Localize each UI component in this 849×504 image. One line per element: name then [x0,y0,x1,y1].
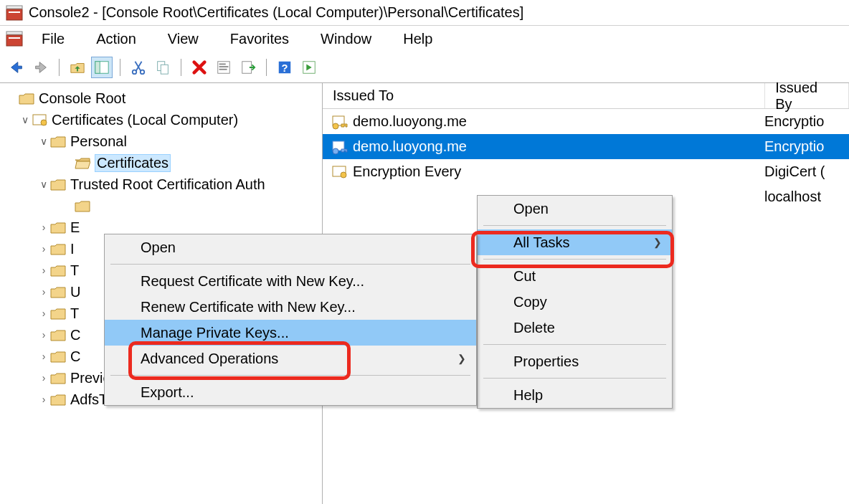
cert-issued-by: Encryptio [757,138,824,155]
cut-button[interactable] [128,57,149,78]
console-icon [6,5,23,21]
folder-icon [50,177,66,191]
folder-icon [50,220,66,234]
svg-rect-13 [219,63,226,65]
folder-icon [50,349,66,363]
ctx-open[interactable]: Open [478,196,672,222]
cert-issued-to: Encryption Every [353,163,461,180]
sub-manage-private-keys[interactable]: Manage Private Keys... [105,320,476,346]
chevron-right-icon: ❯ [653,237,662,248]
window-title: Console2 - [Console Root\Certificates (L… [29,4,523,21]
tree-console-root[interactable]: Console Root [3,87,319,109]
folder-icon [50,263,66,277]
toolbar-sep [181,59,181,76]
tree-certificates[interactable]: Certificates [3,152,319,173]
titlebar: Console2 - [Console Root\Certificates (L… [0,0,849,26]
sub-request-new-key[interactable]: Request Certificate with New Key... [105,268,476,294]
folder-icon [75,199,90,213]
svg-rect-11 [161,65,168,74]
cert-row-selected[interactable]: demo.luoyong.me Encryptio [323,134,849,159]
export-button[interactable] [237,57,259,78]
svg-point-21 [41,120,47,125]
cert-row[interactable]: Encryption Every DigiCert ( [323,159,849,184]
col-issued-to[interactable]: Issued To [323,83,765,108]
folder-icon [50,242,66,256]
svg-point-23 [333,123,338,129]
svg-rect-2 [9,11,20,13]
svg-rect-1 [6,9,22,20]
console-icon [6,31,23,47]
folder-icon [50,371,66,385]
ctx-cut[interactable]: Cut [478,263,672,289]
svg-point-8 [133,70,137,74]
svg-rect-5 [9,37,20,39]
help-button[interactable]: ? [274,57,295,78]
svg-point-9 [141,70,145,74]
context-menu: Open All Tasks❯ Cut Copy Delete Properti… [477,195,673,409]
menu-window[interactable]: Window [312,28,380,50]
sub-renew-new-key[interactable]: Renew Certificate with New Key... [105,294,476,320]
tree-trusted-root-ca[interactable]: ∨ Trusted Root Certification Auth [3,173,319,195]
folder-icon [50,328,66,342]
menu-separator [483,259,666,260]
menu-action[interactable]: Action [87,28,145,50]
svg-rect-3 [6,32,22,34]
svg-point-27 [341,172,346,178]
tree-certs-lc[interactable]: ∨ Certificates (Local Computer) [3,109,319,130]
show-tree-button[interactable] [91,57,113,78]
copy-button[interactable] [152,57,174,78]
delete-button[interactable] [189,57,210,78]
column-header: Issued To Issued By [323,83,849,109]
toolbar: ? [0,52,849,83]
cert-issued-by: DigiCert ( [757,163,825,180]
menu-separator [483,378,666,379]
folder-icon [19,91,34,105]
menu-view[interactable]: View [159,28,207,50]
ctx-help[interactable]: Help [478,382,672,408]
sub-open[interactable]: Open [105,234,476,260]
ctx-delete[interactable]: Delete [478,315,672,341]
folder-icon [50,285,66,299]
back-button[interactable] [6,57,27,78]
svg-point-25 [333,148,338,154]
cert-issued-to: demo.luoyong.me [353,138,467,155]
toolbar-sep [59,59,60,76]
mmc-window: Console2 - [Console Root\Certificates (L… [0,0,849,504]
menu-separator [483,225,666,226]
ctx-properties[interactable]: Properties [478,348,672,374]
chevron-right-icon: ❯ [457,353,466,364]
svg-text:?: ? [282,62,288,73]
svg-rect-7 [95,61,100,73]
ctx-copy[interactable]: Copy [478,289,672,315]
menu-favorites[interactable]: Favorites [222,28,298,50]
svg-rect-4 [6,35,22,46]
forward-button[interactable] [30,57,52,78]
menu-help[interactable]: Help [394,28,441,50]
folder-icon [50,306,66,320]
svg-rect-15 [219,68,227,70]
menu-separator [110,264,470,265]
menu-separator [110,375,470,376]
menubar: File Action View Favorites Window Help [0,26,849,52]
toolbar-sep [266,59,267,76]
tree-personal[interactable]: ∨ Personal [3,130,319,152]
sub-advanced-operations[interactable]: Advanced Operations❯ [105,346,476,371]
col-issued-by[interactable]: Issued By [765,83,849,108]
ctx-all-tasks[interactable]: All Tasks❯ [478,229,672,255]
submenu-all-tasks: Open Request Certificate with New Key...… [104,234,477,406]
cert-row[interactable]: demo.luoyong.me Encryptio [323,109,849,134]
cert-issued-by: Encryptio [757,113,824,130]
up-folder-button[interactable] [67,57,88,78]
folder-open-icon [75,156,90,170]
folder-icon [50,392,66,406]
cert-issued-to: demo.luoyong.me [353,113,467,130]
properties-button[interactable] [213,57,234,78]
menu-separator [483,344,666,345]
cert-issued-by: localhost [757,189,821,205]
toolbar-sep [120,59,120,76]
tree-item[interactable] [3,195,319,217]
certificate-icon [331,164,348,180]
refresh-button[interactable] [298,57,320,78]
menu-file[interactable]: File [33,28,73,50]
sub-export[interactable]: Export... [105,379,476,405]
